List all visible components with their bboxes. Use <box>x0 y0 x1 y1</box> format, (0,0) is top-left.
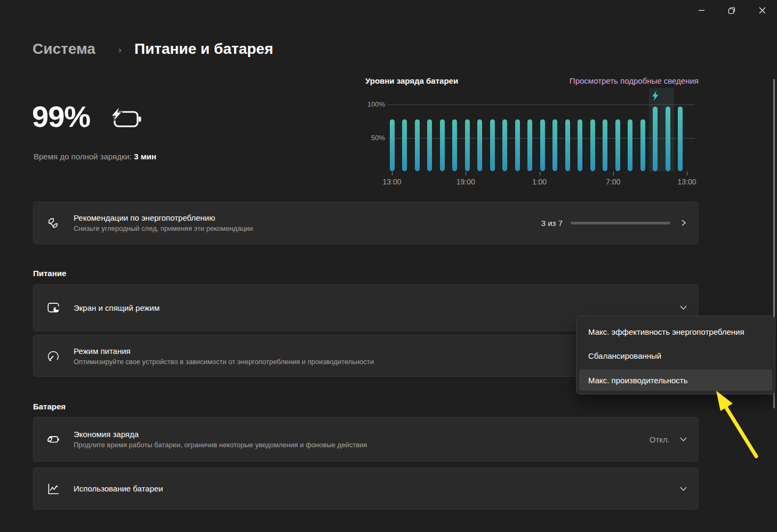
x-axis-tick <box>540 172 540 175</box>
battery-level-bar <box>440 119 445 172</box>
time-to-full-label: Время до полной зарядки: <box>34 152 132 161</box>
x-axis-tick <box>613 172 614 175</box>
settings-window: Система › Питание и батарея 99% Время до… <box>0 0 777 532</box>
section-header-battery: Батарея <box>33 402 66 411</box>
y-axis-label-100: 100% <box>363 100 385 108</box>
battery-level-bar <box>540 119 545 172</box>
battery-chart-plot: 13:0019:001:007:0013:00 <box>388 91 695 172</box>
dropdown-item-balanced[interactable]: Сбалансированный <box>576 344 775 368</box>
recommendations-title: Рекомендации по энергопотреблению <box>74 213 253 222</box>
battery-level-bar <box>427 119 432 172</box>
battery-level-bar <box>578 119 582 172</box>
battery-level-bar <box>590 119 595 172</box>
chart-title: Уровни заряда батареи <box>365 76 458 85</box>
battery-level-bar <box>390 119 395 172</box>
battery-saver-icon <box>46 432 60 446</box>
battery-level-bar <box>415 119 420 172</box>
close-icon <box>759 7 766 14</box>
battery-level-bar <box>666 107 670 171</box>
battery-usage-row[interactable]: Использование батареи <box>33 467 699 510</box>
battery-usage-title: Использование батареи <box>74 484 163 493</box>
battery-level-bar <box>477 119 482 172</box>
battery-saver-row[interactable]: Экономия заряда Продлите время работы ба… <box>33 417 699 462</box>
battery-level-bar <box>527 119 532 172</box>
usage-chart-icon <box>46 482 60 496</box>
chevron-down-icon[interactable] <box>679 437 687 442</box>
time-to-full-charge: Время до полной зарядки: 3 мин <box>34 152 156 161</box>
x-axis-tick-label: 13:00 <box>382 178 401 186</box>
breadcrumb-separator-icon: › <box>118 45 122 55</box>
restore-button[interactable] <box>719 2 744 19</box>
breadcrumb-root[interactable]: Система <box>33 41 95 58</box>
power-mode-subtitle: Оптимизируйте свое устройство в зависимо… <box>74 358 374 366</box>
battery-level-bar <box>615 119 620 172</box>
x-axis-tick <box>687 172 687 175</box>
x-axis-tick <box>466 172 466 175</box>
battery-saver-title: Экономия заряда <box>74 430 367 439</box>
chevron-down-icon[interactable] <box>679 305 687 310</box>
battery-level-bar <box>653 107 658 171</box>
battery-level-bar <box>628 119 632 172</box>
battery-saver-subtitle: Продлите время работы батареи, ограничив… <box>74 441 367 449</box>
x-axis-tick <box>392 172 392 175</box>
battery-saver-value: Откл. <box>650 435 670 444</box>
screen-and-sleep-title: Экран и спящий режим <box>74 303 159 312</box>
recommendations-progress-bar <box>571 222 670 224</box>
minimize-icon <box>698 7 705 14</box>
battery-level-bar <box>640 119 645 172</box>
battery-level-bar <box>515 119 520 172</box>
battery-level-bar <box>565 119 570 172</box>
y-axis-label-50: 50% <box>363 134 385 142</box>
battery-level-bar <box>502 119 507 172</box>
minimize-button[interactable] <box>689 2 714 19</box>
speedometer-icon <box>46 349 60 363</box>
power-mode-title: Режим питания <box>74 346 374 356</box>
battery-level-bar <box>603 119 607 172</box>
dropdown-item-max-efficiency[interactable]: Макс. эффективность энергопотребления <box>576 320 775 344</box>
x-axis-tick-label: 7:00 <box>606 178 620 186</box>
screen-sleep-icon <box>46 301 60 315</box>
recommendations-progress-label: 3 из 7 <box>541 219 563 228</box>
battery-level-bar <box>402 119 407 172</box>
page-title: Питание и батарея <box>134 41 273 58</box>
charging-bolt-icon <box>652 91 659 101</box>
x-axis-tick-label: 13:00 <box>677 178 696 186</box>
power-mode-dropdown: Макс. эффективность энергопотребления Сб… <box>576 316 775 394</box>
view-details-link[interactable]: Просмотреть подробные сведения <box>570 76 699 85</box>
battery-level-bar <box>678 107 683 171</box>
battery-level-bar <box>490 119 495 172</box>
x-axis-tick-label: 1:00 <box>532 178 547 186</box>
battery-charging-icon <box>110 108 143 132</box>
dropdown-item-max-performance[interactable]: Макс. производительность <box>579 369 772 391</box>
battery-percent: 99% <box>32 99 90 134</box>
x-axis-tick-label: 19:00 <box>456 178 475 186</box>
close-button[interactable] <box>750 2 774 19</box>
restore-icon <box>728 7 735 14</box>
chevron-right-icon <box>680 219 687 227</box>
battery-level-bar <box>452 119 457 172</box>
time-to-full-value: 3 мин <box>134 152 156 161</box>
battery-level-bar <box>465 119 470 172</box>
chevron-down-icon[interactable] <box>679 486 687 491</box>
eco-leaf-icon <box>46 216 60 230</box>
section-header-power: Питание <box>33 269 66 278</box>
battery-level-bar <box>552 119 557 172</box>
energy-recommendations-row[interactable]: Рекомендации по энергопотреблению Снизьт… <box>33 201 699 244</box>
recommendations-subtitle: Снизьте углеродный след, применяя эти ре… <box>74 224 253 232</box>
